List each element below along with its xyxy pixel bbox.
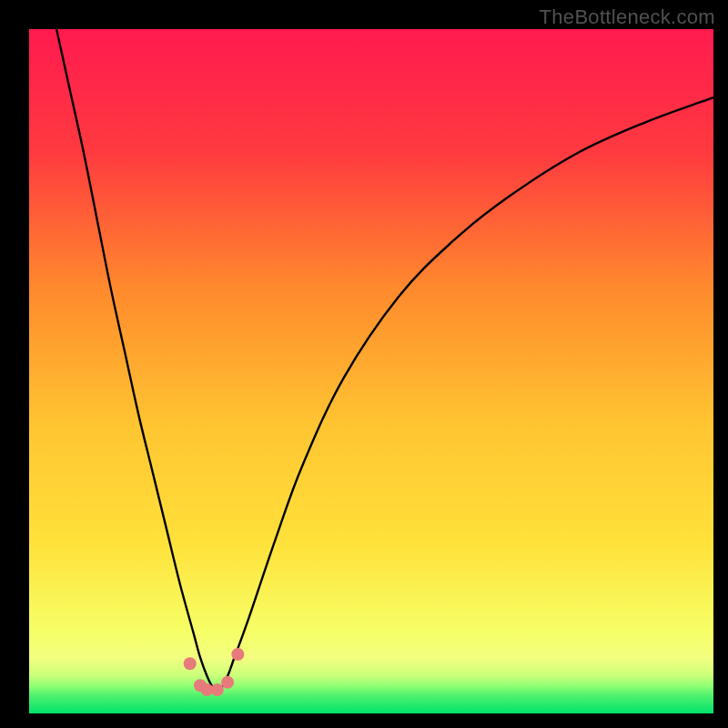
bottleneck-curve-path bbox=[56, 29, 713, 691]
bottleneck-curve bbox=[56, 29, 713, 691]
watermark-text: TheBottleneck.com bbox=[540, 5, 715, 29]
chart-frame: TheBottleneck.com bbox=[0, 0, 728, 728]
plot-area bbox=[29, 29, 713, 713]
marker-dot bbox=[184, 657, 197, 670]
marker-dot bbox=[231, 648, 244, 661]
marker-dot bbox=[221, 676, 234, 689]
curve-layer bbox=[29, 29, 713, 713]
marker-dot bbox=[211, 683, 224, 696]
marker-dots bbox=[184, 648, 245, 696]
